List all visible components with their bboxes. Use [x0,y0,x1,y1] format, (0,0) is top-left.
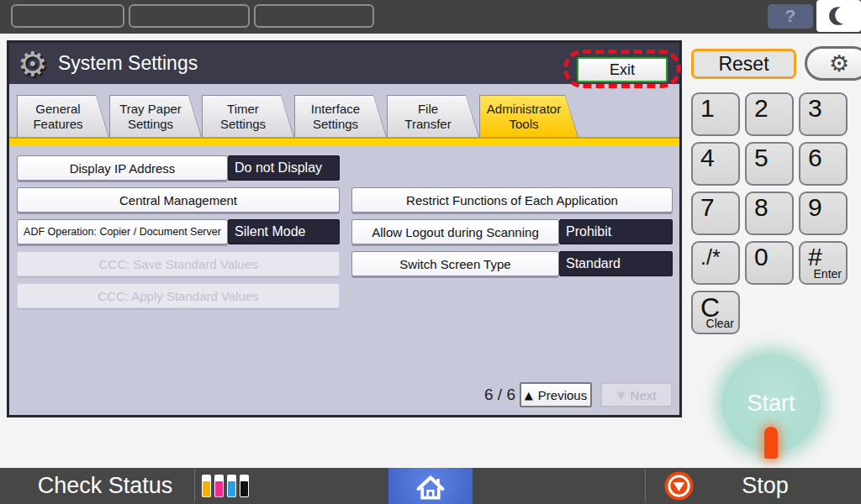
previous-label: Previous [538,388,587,402]
key-label: 7 [700,193,715,222]
function-key-slot-3[interactable] [254,4,374,28]
tab-label: Tray Paper Settings [110,96,201,137]
active-tab-underline [9,137,679,145]
tab-administrator-tools[interactable]: Administrator Tools [479,95,578,137]
keypad-9[interactable]: 9 [799,192,848,235]
display-ip-address-value: Do not Display [228,155,340,181]
toner-cyan-icon [227,475,236,497]
key-label: 0 [754,243,769,271]
start-led-indicator [764,427,778,459]
moon-icon [828,5,850,27]
page-title: System Settings [58,43,198,84]
keypad-enter[interactable]: # Enter [799,241,848,285]
tab-label: Timer Settings [203,96,293,137]
previous-page-button[interactable]: ▲ Previous [520,382,592,407]
stop-button[interactable] [664,471,694,501]
keypad-0[interactable]: 0 [745,241,794,285]
switch-screen-type-value: Standard [559,251,673,276]
key-label: 4 [700,144,715,172]
tab-label: Interface Settings [295,96,386,137]
reset-button[interactable]: Reset [691,49,796,79]
energy-saver-button[interactable] [816,0,861,32]
tab-general-features[interactable]: General Features [17,95,109,137]
divider [194,470,195,502]
home-button[interactable] [388,468,473,504]
bottom-hardware-bar: Check Status Stop [0,468,861,504]
check-status-button[interactable]: Check Status [25,468,185,504]
next-label: Next [631,388,657,402]
clear-sublabel: Clear [706,317,734,330]
key-label: 2 [754,94,769,123]
keypad-6[interactable]: 6 [799,142,848,186]
key-label: 8 [754,193,769,222]
tab-label: File Transfer [388,96,478,137]
settings-gear-icon: ⚙ [18,44,48,84]
tab-tray-paper-settings[interactable]: Tray Paper Settings [109,95,202,137]
keypad-3[interactable]: 3 [799,92,848,136]
key-label: 6 [808,144,822,172]
keypad-dot-star[interactable]: ./* [691,241,740,285]
tab-label: Administrator Tools [480,96,578,137]
home-icon [415,471,446,501]
keypad-4[interactable]: 4 [691,142,740,186]
function-key-slot-1[interactable] [11,4,124,28]
keypad-1[interactable]: 1 [691,92,740,136]
keypad-5[interactable]: 5 [745,142,794,186]
triangle-down-icon: ▼ [617,389,626,402]
start-label: Start [747,391,795,417]
adf-operation-button[interactable]: ADF Operation: Copier / Document Server [17,219,228,244]
key-label: 5 [754,144,769,172]
lcd-screen: ⚙ System Settings Exit General Features … [7,40,682,417]
allow-logout-button[interactable]: Allow Logout during Scanning [351,219,559,244]
key-label: 9 [808,193,822,222]
top-hardware-bar: ? [0,0,861,34]
divider [645,470,646,502]
display-ip-address-button[interactable]: Display IP Address [17,155,228,181]
tab-file-transfer[interactable]: File Transfer [387,95,479,137]
screen-title-bar: ⚙ System Settings Exit [9,43,679,84]
triangle-up-icon: ▲ [525,389,533,402]
help-button[interactable]: ? [768,4,813,29]
key-label: 1 [700,94,715,123]
keypad-7[interactable]: 7 [691,192,740,235]
function-key-slot-2[interactable] [129,4,250,28]
central-management-button[interactable]: Central Management [17,187,340,213]
keypad-2[interactable]: 2 [745,92,794,136]
allow-logout-value: Prohibit [559,219,673,244]
clear-key[interactable]: C Clear [691,291,740,334]
stop-label[interactable]: Stop [719,468,811,504]
key-label: ./* [700,245,721,270]
restrict-functions-button[interactable]: Restrict Functions of Each Application [351,187,673,213]
ccc-save-standard-values-button: CCC: Save Standard Values [17,251,340,276]
ccc-apply-standard-values-button: CCC: Apply Standard Values [17,283,340,308]
adf-operation-value: Silent Mode [228,219,340,244]
tab-timer-settings[interactable]: Timer Settings [202,95,294,137]
keypad-8[interactable]: 8 [745,192,794,235]
toner-yellow-icon [202,475,211,497]
next-page-button: ▼ Next [600,382,673,407]
gear-icon: ⚙ [829,48,849,80]
switch-screen-type-button[interactable]: Switch Screen Type [351,251,559,276]
enter-sublabel: Enter [814,267,842,281]
toner-black-icon [240,475,249,497]
tab-label: General Features [18,96,108,137]
device-front-panel: ? ⚙ System Settings Exit General Feature… [0,0,861,504]
tab-interface-settings[interactable]: Interface Settings [294,95,387,137]
toner-magenta-icon [214,475,224,497]
page-indicator: 6 / 6 [467,382,515,407]
toner-level-indicator[interactable] [202,475,249,497]
key-label: 3 [808,94,822,123]
stop-circle-icon [664,471,694,501]
exit-button[interactable]: Exit [577,57,668,82]
user-tools-button[interactable]: ⚙ [805,46,861,81]
